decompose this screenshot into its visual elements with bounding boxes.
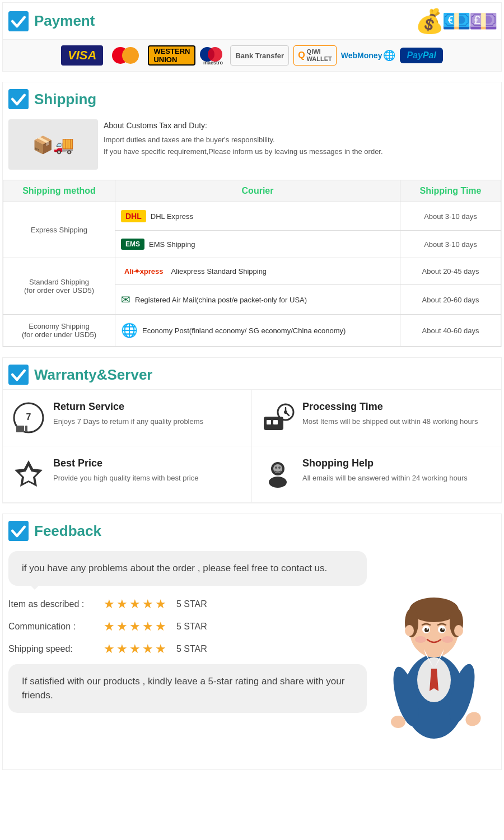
- warranty-checkmark-icon: [8, 365, 29, 385]
- standard-method: Standard Shipping(for order over USD5): [3, 258, 115, 315]
- best-price-title: Best Price: [53, 458, 198, 469]
- express-method: Express Shipping: [3, 202, 115, 258]
- speech-bubble-text: if you have any problems about the order…: [22, 563, 327, 573]
- ratings: Item as described : ★ ★ ★ ★ ★ 5 STAR Com…: [8, 597, 367, 656]
- svg-point-32: [405, 625, 414, 636]
- processing-time-item: Processing Time Most Items will be shipp…: [252, 390, 501, 446]
- dhl-name: DHL Express: [151, 212, 193, 221]
- stars-described: ★ ★ ★ ★ ★: [104, 597, 166, 612]
- star-count-communication: 5 STAR: [176, 622, 207, 632]
- shipping-title: Shipping: [34, 91, 96, 108]
- col-courier: Courier: [115, 180, 400, 202]
- svg-rect-11: [273, 420, 278, 424]
- star-count-shipping: 5 STAR: [176, 644, 207, 654]
- processing-time-text: Processing Time Most Items will be shipp…: [302, 401, 478, 427]
- svg-point-26: [391, 716, 405, 728]
- svg-point-38: [427, 628, 428, 630]
- warranty-grid: 7 Return Service Enjoys 7 Days to return…: [3, 389, 501, 503]
- visa-logo: VISA: [61, 45, 103, 66]
- shipping-info-row: 📦🚚 About Customs Tax and Duty: Import du…: [3, 114, 501, 175]
- processing-time-desc: Most Items will be shipped out within 48…: [302, 416, 478, 427]
- aliexpress-logo: Ali✦xpress: [121, 266, 167, 277]
- dhl-time: About 3-10 days: [400, 202, 501, 231]
- airmail-time: About 20-60 days: [400, 285, 501, 315]
- svg-point-9: [284, 410, 287, 414]
- mastercard-logo: [108, 45, 143, 66]
- ems-logo: EMS: [121, 239, 144, 250]
- return-service-item: 7 Return Service Enjoys 7 Days to return…: [3, 390, 252, 446]
- payment-logos: VISA WESTERNUNION maestro Bank Transfer …: [3, 39, 501, 71]
- best-price-text: Best Price Provide you high quality item…: [53, 458, 198, 484]
- money-bags: 💰💶💷: [415, 7, 496, 35]
- webmoney-logo: WebMoney 🌐: [341, 49, 396, 62]
- feedback-left: if you have any problems about the order…: [8, 551, 367, 764]
- shopping-help-text: Shopping Help All emails will be answere…: [302, 458, 468, 484]
- best-price-desc: Provide you high quality items with best…: [53, 473, 198, 484]
- svg-text:7: 7: [26, 412, 31, 422]
- table-row: Express Shipping DHL DHL Express About 3…: [3, 202, 501, 231]
- rating-row-communication: Communication : ★ ★ ★ ★ ★ 5 STAR: [8, 619, 367, 634]
- airmail-courier: ✉ Registered Air Mail(china post/e packe…: [115, 285, 400, 315]
- star-1: ★: [104, 642, 115, 656]
- feedback-bottom-bubble: If satisfied with our products , kindly …: [8, 664, 367, 713]
- customs-line1: Import duties and taxes are the buyer's …: [104, 134, 383, 146]
- bank-transfer-logo: Bank Transfer: [230, 45, 289, 66]
- rating-label-described: Item as described :: [8, 599, 98, 609]
- economy-time: About 40-60 days: [400, 315, 501, 347]
- shopping-help-desc: All emails will be answered within 24 wo…: [302, 473, 468, 484]
- star-4: ★: [142, 619, 153, 634]
- col-method: Shipping method: [3, 180, 115, 202]
- svg-point-25: [463, 710, 483, 729]
- aliexpress-courier: Ali✦xpress Aliexpress Standard Shipping: [115, 258, 400, 285]
- airmail-icon: ✉: [121, 293, 130, 306]
- table-row: Standard Shipping(for order over USD5) A…: [3, 258, 501, 285]
- rating-label-communication: Communication :: [8, 622, 98, 632]
- qiwi-logo: Q QIWIWALLET: [293, 45, 337, 66]
- warranty-title: Warranty&Server: [34, 366, 152, 384]
- dhl-logo: DHL: [121, 210, 146, 222]
- svg-point-41: [442, 636, 453, 643]
- star-1: ★: [104, 619, 115, 634]
- ems-name: EMS Shipping: [149, 240, 195, 249]
- feedback-checkmark-icon: [8, 521, 29, 541]
- svg-rect-15: [269, 477, 287, 488]
- shopping-help-title: Shopping Help: [302, 458, 468, 469]
- best-price-item: Best Price Provide you high quality item…: [3, 446, 252, 503]
- star-2: ★: [116, 597, 128, 612]
- shipping-header: Shipping: [3, 82, 501, 114]
- shipping-image: 📦🚚: [8, 119, 98, 170]
- rating-label-shipping: Shipping speed:: [8, 644, 98, 654]
- bottom-bubble-text: If satisfied with our products , kindly …: [22, 676, 344, 701]
- feedback-header: Feedback: [3, 514, 501, 545]
- shopping-help-icon: [261, 458, 295, 491]
- dhl-courier: DHL DHL Express: [115, 202, 400, 231]
- svg-point-33: [454, 625, 463, 636]
- rating-row-described: Item as described : ★ ★ ★ ★ ★ 5 STAR: [8, 597, 367, 612]
- star-1: ★: [104, 597, 115, 612]
- svg-point-40: [415, 636, 426, 643]
- checkmark-icon: [8, 11, 29, 31]
- feedback-section: Feedback if you have any problems about …: [2, 514, 502, 770]
- western-union-logo: WESTERNUNION: [148, 45, 195, 66]
- ems-time: About 3-10 days: [400, 231, 501, 258]
- star-4: ★: [142, 597, 153, 612]
- payment-header-left: Payment: [8, 11, 95, 31]
- svg-rect-10: [267, 420, 271, 424]
- warranty-header: Warranty&Server: [3, 358, 501, 389]
- aliexpress-name: Aliexpress Standard Shipping: [171, 267, 267, 276]
- star-5: ★: [155, 619, 166, 634]
- payment-header: Payment 💰💶💷: [3, 3, 501, 39]
- economy-courier: 🌐 Economy Post(finland economy/ SG econo…: [115, 315, 400, 347]
- payment-section: Payment 💰💶💷 VISA WESTERNUNION maestro Ba…: [2, 2, 502, 72]
- return-service-desc: Enjoys 7 Days to return if any quality p…: [53, 416, 203, 427]
- return-service-text: Return Service Enjoys 7 Days to return i…: [53, 401, 203, 427]
- star-5: ★: [155, 642, 166, 656]
- stars-communication: ★ ★ ★ ★ ★: [104, 619, 166, 634]
- aliexpress-time: About 20-45 days: [400, 258, 501, 285]
- star-3: ★: [129, 642, 141, 656]
- star-5: ★: [155, 597, 166, 612]
- payment-title: Payment: [34, 12, 95, 30]
- feedback-title: Feedback: [34, 522, 101, 540]
- return-service-icon: 7: [12, 401, 45, 435]
- processing-time-icon: [261, 401, 295, 435]
